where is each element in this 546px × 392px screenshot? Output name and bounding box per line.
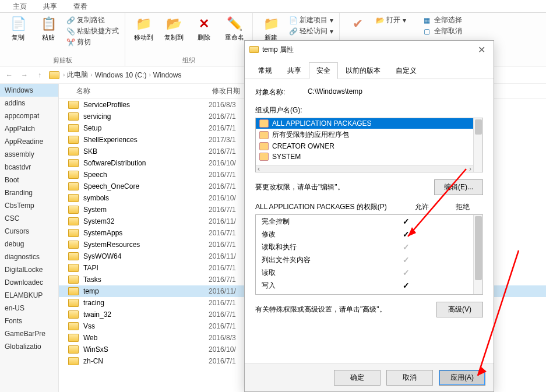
ribbon-tab-view[interactable]: 查看 [65, 0, 96, 12]
tree-item[interactable]: bcastdvr [0, 161, 58, 174]
tree-item[interactable]: CbsTemp [0, 199, 58, 212]
file-name: Web [83, 334, 209, 342]
select-all-button[interactable]: ▦全部选择 [424, 15, 462, 25]
moveto-button[interactable]: 📁 移动到 [131, 15, 156, 41]
close-button[interactable]: ✕ [474, 44, 489, 55]
select-none-button[interactable]: ▢全部取消 [424, 26, 462, 36]
nav-back-button[interactable]: ← [3, 69, 15, 81]
object-name-value: C:\Windows\temp [308, 87, 362, 97]
file-date: 2016/10/ [209, 159, 236, 167]
tree-item[interactable]: CSC [0, 212, 58, 225]
group-item[interactable]: ALL APPLICATION PACKAGES [256, 118, 482, 129]
scrollbar-horizontal[interactable] [256, 165, 473, 172]
advanced-hint: 有关特殊权限或高级设置，请单击"高级"。 [255, 305, 436, 315]
delete-button[interactable]: ✕ 删除 [192, 15, 216, 41]
ok-button[interactable]: 确定 [334, 370, 381, 386]
crumb-this-pc[interactable]: 此电脑 [67, 70, 88, 80]
tab-security[interactable]: 安全 [309, 62, 338, 79]
apply-button[interactable]: 应用(A) [439, 370, 485, 386]
tab-previous[interactable]: 以前的版本 [338, 62, 388, 79]
tab-share[interactable]: 共享 [280, 62, 309, 79]
col-date[interactable]: 修改日期 [207, 84, 245, 98]
ribbon-tab-share[interactable]: 共享 [35, 0, 65, 12]
scrollbar-vertical[interactable] [473, 118, 482, 172]
chevron-down-icon: ▾ [330, 27, 333, 36]
breadcrumb[interactable]: › 此电脑 › Windows 10 (C:) › Windows [63, 70, 181, 80]
file-date: 2016/11/ [209, 217, 236, 225]
tab-general[interactable]: 常规 [251, 62, 280, 79]
tree-item[interactable]: appcompat [0, 110, 58, 122]
tree-item[interactable]: en-US [0, 302, 58, 315]
crumb-folder[interactable]: Windows [153, 71, 182, 79]
check-icon: ✔ [349, 15, 367, 33]
folder-icon [68, 159, 79, 167]
file-date: 2016/7/1 [209, 182, 236, 190]
folder-icon [68, 229, 79, 237]
object-name-label: 对象名称: [255, 87, 308, 97]
tree-item[interactable]: diagnostics [0, 250, 58, 263]
group-icon [259, 131, 269, 139]
path-icon: 🔗 [66, 16, 75, 24]
copyto-button[interactable]: 📂 复制到 [161, 15, 186, 41]
open-button[interactable]: 📂打开▾ [376, 15, 406, 25]
tree-item[interactable]: Branding [0, 186, 58, 199]
tree-item[interactable]: Downloadec [0, 276, 58, 289]
permission-name: 列出文件夹内容 [262, 255, 386, 265]
easy-access-button[interactable]: 🔗轻松访问▾ [289, 26, 333, 36]
cancel-button[interactable]: 取消 [386, 370, 433, 386]
tree-item[interactable]: Fonts [0, 315, 58, 327]
paste-shortcut-button[interactable]: 📎粘贴快捷方式 [66, 26, 119, 36]
rename-button[interactable]: ✏️ 重命名 [222, 15, 246, 41]
file-name: Setup [83, 124, 209, 132]
tree-item[interactable]: GameBarPre [0, 327, 58, 340]
file-name: Tasks [83, 276, 209, 284]
copy-button[interactable]: 📄 复制 [6, 15, 30, 41]
permission-row: 写入✓ [256, 279, 473, 292]
open-icon: 📂 [376, 16, 384, 24]
folder-tree[interactable]: WindowsaddinsappcompatAppPatchAppReadine… [0, 84, 59, 392]
cut-icon: ✂️ [66, 38, 75, 47]
file-name: zh-CN [83, 357, 209, 365]
folder-icon [68, 252, 79, 260]
file-name: TAPI [83, 264, 209, 272]
tree-item[interactable]: Globalizatio [0, 340, 58, 353]
tree-item[interactable]: Cursors [0, 225, 58, 238]
group-item[interactable]: 所有受限制的应用程序包 [256, 129, 482, 141]
group-name: CREATOR OWNER [272, 142, 334, 150]
scrollbar-vertical[interactable] [473, 215, 482, 294]
permissions-listbox[interactable]: 完全控制✓修改✓读取和执行✓列出文件夹内容✓读取✓写入✓ [255, 214, 483, 295]
copy-path-button[interactable]: 🔗复制路径 [66, 15, 119, 25]
group-item[interactable]: CREATOR OWNER [256, 141, 482, 151]
groups-listbox[interactable]: ALL APPLICATION PACKAGES所有受限制的应用程序包CREAT… [255, 118, 483, 172]
file-date: 2016/7/1 [209, 276, 236, 284]
tree-item[interactable]: DigitalLocke [0, 263, 58, 276]
file-name: Speech_OneCore [83, 182, 209, 190]
permissions-for-label: ALL APPLICATION PACKAGES 的权限(P) [255, 202, 401, 212]
cut-button[interactable]: ✂️剪切 [66, 37, 119, 47]
paste-button[interactable]: 📋 粘贴 [36, 15, 61, 41]
tree-item[interactable]: ELAMBKUP [0, 289, 58, 302]
tree-item[interactable]: assembly [0, 148, 58, 161]
tree-item[interactable]: debug [0, 238, 58, 250]
file-date: 2016/7/1 [209, 112, 236, 121]
new-item-button[interactable]: 📄新建项目▾ [289, 15, 333, 25]
advanced-button[interactable]: 高级(V) [436, 302, 483, 317]
file-date: 2016/8/3 [209, 334, 236, 342]
tree-item[interactable]: addins [0, 97, 58, 110]
nav-forward-button[interactable]: → [19, 69, 30, 81]
properties-ribbon-button[interactable]: ✔ [346, 15, 370, 33]
tab-custom[interactable]: 自定义 [388, 62, 424, 79]
tree-item[interactable]: Boot [0, 174, 58, 186]
nav-up-button[interactable]: ↑ [34, 69, 45, 81]
edit-button[interactable]: 编辑(E)... [434, 179, 483, 195]
col-name[interactable]: 名称 [59, 84, 207, 98]
group-item[interactable]: SYSTEM [256, 151, 482, 162]
tree-item[interactable]: AppReadine [0, 135, 58, 148]
file-name: tracing [83, 299, 209, 307]
tree-item[interactable]: Windows [0, 84, 58, 97]
file-name: ServiceProfiles [83, 101, 209, 109]
crumb-drive[interactable]: Windows 10 (C:) [95, 71, 147, 79]
permission-row: 修改✓ [256, 228, 473, 241]
tree-item[interactable]: AppPatch [0, 122, 58, 135]
ribbon-tab-home[interactable]: 主页 [5, 0, 35, 12]
